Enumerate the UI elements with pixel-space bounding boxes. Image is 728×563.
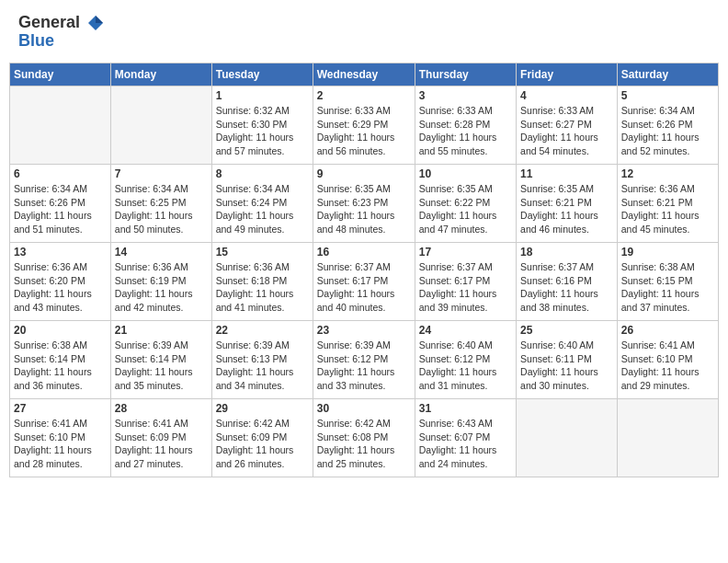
calendar-cell: 24Sunrise: 6:40 AM Sunset: 6:12 PM Dayli… bbox=[415, 321, 516, 399]
calendar-cell: 9Sunrise: 6:35 AM Sunset: 6:23 PM Daylig… bbox=[313, 165, 415, 243]
day-number: 29 bbox=[216, 402, 309, 415]
day-info: Sunrise: 6:41 AM Sunset: 6:10 PM Dayligh… bbox=[14, 417, 107, 471]
weekday-header-tuesday: Tuesday bbox=[211, 63, 313, 86]
day-number: 24 bbox=[419, 324, 512, 337]
day-info: Sunrise: 6:36 AM Sunset: 6:19 PM Dayligh… bbox=[115, 260, 208, 315]
calendar-cell: 22Sunrise: 6:39 AM Sunset: 6:13 PM Dayli… bbox=[211, 321, 313, 399]
day-info: Sunrise: 6:36 AM Sunset: 6:21 PM Dayligh… bbox=[621, 182, 714, 236]
calendar-cell: 11Sunrise: 6:35 AM Sunset: 6:21 PM Dayli… bbox=[517, 165, 618, 243]
day-info: Sunrise: 6:35 AM Sunset: 6:21 PM Dayligh… bbox=[520, 182, 613, 236]
day-number: 21 bbox=[115, 324, 208, 337]
svg-marker-1 bbox=[96, 16, 103, 23]
calendar-cell: 13Sunrise: 6:36 AM Sunset: 6:20 PM Dayli… bbox=[10, 243, 111, 321]
day-number: 25 bbox=[520, 324, 613, 337]
day-number: 16 bbox=[317, 246, 411, 259]
day-info: Sunrise: 6:41 AM Sunset: 6:09 PM Dayligh… bbox=[115, 417, 208, 471]
day-number: 20 bbox=[14, 324, 107, 337]
day-number: 8 bbox=[216, 167, 309, 180]
calendar-cell: 12Sunrise: 6:36 AM Sunset: 6:21 PM Dayli… bbox=[617, 165, 718, 243]
weekday-header-thursday: Thursday bbox=[415, 63, 516, 86]
page-header: General Blue bbox=[9, 9, 719, 55]
calendar-cell: 8Sunrise: 6:34 AM Sunset: 6:24 PM Daylig… bbox=[211, 165, 313, 243]
day-number: 30 bbox=[317, 402, 411, 415]
calendar-cell: 21Sunrise: 6:39 AM Sunset: 6:14 PM Dayli… bbox=[110, 321, 211, 399]
calendar-cell bbox=[617, 399, 718, 477]
day-info: Sunrise: 6:37 AM Sunset: 6:17 PM Dayligh… bbox=[419, 260, 512, 315]
day-number: 23 bbox=[317, 324, 411, 337]
day-number: 6 bbox=[14, 167, 107, 180]
week-row-4: 20Sunrise: 6:38 AM Sunset: 6:14 PM Dayli… bbox=[10, 321, 719, 399]
logo: General Blue bbox=[18, 14, 105, 51]
weekday-header-wednesday: Wednesday bbox=[313, 63, 415, 86]
calendar-cell: 20Sunrise: 6:38 AM Sunset: 6:14 PM Dayli… bbox=[10, 321, 111, 399]
day-info: Sunrise: 6:39 AM Sunset: 6:13 PM Dayligh… bbox=[216, 339, 309, 393]
day-number: 17 bbox=[419, 246, 512, 259]
week-row-3: 13Sunrise: 6:36 AM Sunset: 6:20 PM Dayli… bbox=[10, 243, 719, 321]
calendar-cell: 6Sunrise: 6:34 AM Sunset: 6:26 PM Daylig… bbox=[10, 165, 111, 243]
calendar-cell: 15Sunrise: 6:36 AM Sunset: 6:18 PM Dayli… bbox=[211, 243, 313, 321]
calendar-table: SundayMondayTuesdayWednesdayThursdayFrid… bbox=[9, 63, 719, 477]
day-info: Sunrise: 6:37 AM Sunset: 6:16 PM Dayligh… bbox=[520, 260, 613, 315]
weekday-header-friday: Friday bbox=[517, 63, 618, 86]
day-info: Sunrise: 6:40 AM Sunset: 6:11 PM Dayligh… bbox=[520, 339, 613, 393]
calendar-cell: 14Sunrise: 6:36 AM Sunset: 6:19 PM Dayli… bbox=[110, 243, 211, 321]
day-info: Sunrise: 6:34 AM Sunset: 6:26 PM Dayligh… bbox=[621, 104, 714, 158]
calendar-cell: 19Sunrise: 6:38 AM Sunset: 6:15 PM Dayli… bbox=[617, 243, 718, 321]
calendar-cell: 31Sunrise: 6:43 AM Sunset: 6:07 PM Dayli… bbox=[415, 399, 516, 477]
day-info: Sunrise: 6:37 AM Sunset: 6:17 PM Dayligh… bbox=[317, 260, 411, 315]
day-info: Sunrise: 6:42 AM Sunset: 6:08 PM Dayligh… bbox=[317, 417, 411, 471]
day-info: Sunrise: 6:42 AM Sunset: 6:09 PM Dayligh… bbox=[216, 417, 309, 471]
day-info: Sunrise: 6:34 AM Sunset: 6:26 PM Dayligh… bbox=[14, 182, 107, 236]
weekday-header-monday: Monday bbox=[110, 63, 211, 86]
day-number: 31 bbox=[419, 402, 512, 415]
day-number: 19 bbox=[621, 246, 714, 259]
day-number: 2 bbox=[317, 89, 411, 102]
day-number: 1 bbox=[216, 89, 309, 102]
day-info: Sunrise: 6:39 AM Sunset: 6:12 PM Dayligh… bbox=[317, 339, 411, 393]
day-number: 11 bbox=[520, 167, 613, 180]
day-number: 12 bbox=[621, 167, 714, 180]
logo-general: General bbox=[18, 13, 80, 31]
calendar-cell: 1Sunrise: 6:32 AM Sunset: 6:30 PM Daylig… bbox=[211, 86, 313, 165]
week-row-2: 6Sunrise: 6:34 AM Sunset: 6:26 PM Daylig… bbox=[10, 165, 719, 243]
calendar-cell: 5Sunrise: 6:34 AM Sunset: 6:26 PM Daylig… bbox=[617, 86, 718, 165]
day-number: 26 bbox=[621, 324, 714, 337]
calendar-cell: 7Sunrise: 6:34 AM Sunset: 6:25 PM Daylig… bbox=[110, 165, 211, 243]
calendar-cell: 17Sunrise: 6:37 AM Sunset: 6:17 PM Dayli… bbox=[415, 243, 516, 321]
day-number: 5 bbox=[621, 89, 714, 102]
day-info: Sunrise: 6:36 AM Sunset: 6:20 PM Dayligh… bbox=[14, 260, 107, 315]
calendar-cell: 29Sunrise: 6:42 AM Sunset: 6:09 PM Dayli… bbox=[211, 399, 313, 477]
day-info: Sunrise: 6:43 AM Sunset: 6:07 PM Dayligh… bbox=[419, 417, 512, 471]
calendar-cell: 28Sunrise: 6:41 AM Sunset: 6:09 PM Dayli… bbox=[110, 399, 211, 477]
day-info: Sunrise: 6:34 AM Sunset: 6:24 PM Dayligh… bbox=[216, 182, 309, 236]
day-info: Sunrise: 6:39 AM Sunset: 6:14 PM Dayligh… bbox=[115, 339, 208, 393]
day-info: Sunrise: 6:38 AM Sunset: 6:15 PM Dayligh… bbox=[621, 260, 714, 315]
day-info: Sunrise: 6:33 AM Sunset: 6:28 PM Dayligh… bbox=[419, 104, 512, 158]
day-info: Sunrise: 6:40 AM Sunset: 6:12 PM Dayligh… bbox=[419, 339, 512, 393]
day-number: 7 bbox=[115, 167, 208, 180]
weekday-header-sunday: Sunday bbox=[10, 63, 111, 86]
day-info: Sunrise: 6:35 AM Sunset: 6:23 PM Dayligh… bbox=[317, 182, 411, 236]
day-info: Sunrise: 6:35 AM Sunset: 6:22 PM Dayligh… bbox=[419, 182, 512, 236]
day-number: 15 bbox=[216, 246, 309, 259]
day-info: Sunrise: 6:34 AM Sunset: 6:25 PM Dayligh… bbox=[115, 182, 208, 236]
day-number: 28 bbox=[115, 402, 208, 415]
day-number: 27 bbox=[14, 402, 107, 415]
week-row-5: 27Sunrise: 6:41 AM Sunset: 6:10 PM Dayli… bbox=[10, 399, 719, 477]
weekday-header-saturday: Saturday bbox=[617, 63, 718, 86]
day-number: 9 bbox=[317, 167, 411, 180]
week-row-1: 1Sunrise: 6:32 AM Sunset: 6:30 PM Daylig… bbox=[10, 86, 719, 165]
calendar-cell: 10Sunrise: 6:35 AM Sunset: 6:22 PM Dayli… bbox=[415, 165, 516, 243]
calendar-cell bbox=[10, 86, 111, 165]
calendar-cell: 3Sunrise: 6:33 AM Sunset: 6:28 PM Daylig… bbox=[415, 86, 516, 165]
day-number: 14 bbox=[115, 246, 208, 259]
day-number: 22 bbox=[216, 324, 309, 337]
day-number: 4 bbox=[520, 89, 613, 102]
day-info: Sunrise: 6:32 AM Sunset: 6:30 PM Dayligh… bbox=[216, 104, 309, 158]
calendar-cell: 30Sunrise: 6:42 AM Sunset: 6:08 PM Dayli… bbox=[313, 399, 415, 477]
day-number: 10 bbox=[419, 167, 512, 180]
calendar-cell: 23Sunrise: 6:39 AM Sunset: 6:12 PM Dayli… bbox=[313, 321, 415, 399]
day-info: Sunrise: 6:41 AM Sunset: 6:10 PM Dayligh… bbox=[621, 339, 714, 393]
calendar-cell: 25Sunrise: 6:40 AM Sunset: 6:11 PM Dayli… bbox=[517, 321, 618, 399]
calendar-cell: 27Sunrise: 6:41 AM Sunset: 6:10 PM Dayli… bbox=[10, 399, 111, 477]
